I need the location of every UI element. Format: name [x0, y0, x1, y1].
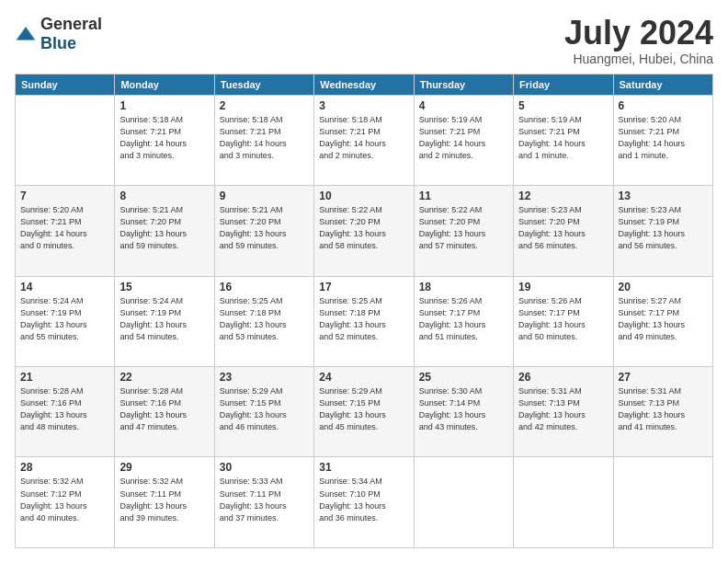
- day-number: 4: [419, 99, 508, 112]
- day-number: 7: [20, 190, 109, 202]
- calendar-cell: 9Sunrise: 5:21 AM Sunset: 7:20 PM Daylig…: [214, 186, 313, 276]
- calendar-cell: [414, 457, 513, 548]
- day-header-friday: Friday: [514, 74, 613, 95]
- calendar-cell: 7Sunrise: 5:20 AM Sunset: 7:21 PM Daylig…: [16, 186, 115, 276]
- calendar-header-row: SundayMondayTuesdayWednesdayThursdayFrid…: [16, 74, 713, 95]
- day-info: Sunrise: 5:29 AM Sunset: 7:15 PM Dayligh…: [319, 385, 408, 433]
- calendar-cell: 6Sunrise: 5:20 AM Sunset: 7:21 PM Daylig…: [613, 95, 712, 185]
- calendar-cell: 25Sunrise: 5:30 AM Sunset: 7:14 PM Dayli…: [414, 367, 513, 457]
- day-info: Sunrise: 5:23 AM Sunset: 7:19 PM Dayligh…: [619, 204, 708, 252]
- day-number: 19: [518, 281, 608, 293]
- calendar-cell: 13Sunrise: 5:23 AM Sunset: 7:19 PM Dayli…: [613, 186, 712, 276]
- calendar-cell: 27Sunrise: 5:31 AM Sunset: 7:13 PM Dayli…: [613, 367, 712, 457]
- day-number: 12: [518, 190, 608, 202]
- day-number: 31: [319, 461, 408, 474]
- day-number: 3: [319, 99, 408, 112]
- day-info: Sunrise: 5:22 AM Sunset: 7:20 PM Dayligh…: [419, 204, 508, 252]
- day-info: Sunrise: 5:21 AM Sunset: 7:20 PM Dayligh…: [119, 204, 209, 252]
- day-info: Sunrise: 5:32 AM Sunset: 7:12 PM Dayligh…: [20, 476, 109, 523]
- day-number: 11: [419, 190, 508, 202]
- day-number: 20: [619, 281, 708, 293]
- calendar-cell: 10Sunrise: 5:22 AM Sunset: 7:20 PM Dayli…: [314, 186, 414, 276]
- day-info: Sunrise: 5:30 AM Sunset: 7:14 PM Dayligh…: [419, 385, 508, 433]
- day-info: Sunrise: 5:18 AM Sunset: 7:21 PM Dayligh…: [119, 114, 209, 162]
- day-header-sunday: Sunday: [16, 74, 115, 95]
- day-number: 8: [119, 190, 209, 202]
- calendar-cell: 11Sunrise: 5:22 AM Sunset: 7:20 PM Dayli…: [414, 186, 513, 276]
- day-info: Sunrise: 5:28 AM Sunset: 7:16 PM Dayligh…: [20, 385, 109, 433]
- day-number: 6: [619, 99, 708, 112]
- day-number: 22: [119, 371, 209, 384]
- logo-text-blue: Blue: [40, 34, 76, 52]
- day-number: 25: [419, 371, 508, 384]
- calendar-cell: 14Sunrise: 5:24 AM Sunset: 7:19 PM Dayli…: [16, 276, 115, 366]
- day-number: 29: [119, 461, 209, 474]
- day-info: Sunrise: 5:27 AM Sunset: 7:17 PM Dayligh…: [619, 295, 708, 343]
- day-info: Sunrise: 5:32 AM Sunset: 7:11 PM Dayligh…: [119, 476, 209, 523]
- day-info: Sunrise: 5:26 AM Sunset: 7:17 PM Dayligh…: [419, 295, 508, 343]
- calendar-cell: 20Sunrise: 5:27 AM Sunset: 7:17 PM Dayli…: [613, 276, 712, 366]
- day-info: Sunrise: 5:22 AM Sunset: 7:20 PM Dayligh…: [319, 204, 408, 252]
- calendar-cell: 5Sunrise: 5:19 AM Sunset: 7:21 PM Daylig…: [514, 95, 613, 185]
- day-info: Sunrise: 5:18 AM Sunset: 7:21 PM Dayligh…: [220, 114, 309, 162]
- logo: General Blue: [15, 15, 102, 53]
- day-info: Sunrise: 5:23 AM Sunset: 7:20 PM Dayligh…: [518, 204, 608, 252]
- day-number: 23: [220, 371, 309, 384]
- day-info: Sunrise: 5:31 AM Sunset: 7:13 PM Dayligh…: [518, 385, 608, 433]
- day-info: Sunrise: 5:20 AM Sunset: 7:21 PM Dayligh…: [619, 114, 708, 162]
- day-info: Sunrise: 5:34 AM Sunset: 7:10 PM Dayligh…: [319, 476, 408, 523]
- calendar-cell: 2Sunrise: 5:18 AM Sunset: 7:21 PM Daylig…: [214, 95, 313, 185]
- calendar-cell: [514, 457, 613, 548]
- day-info: Sunrise: 5:28 AM Sunset: 7:16 PM Dayligh…: [119, 385, 209, 433]
- calendar-cell: 4Sunrise: 5:19 AM Sunset: 7:21 PM Daylig…: [414, 95, 513, 185]
- calendar-cell: 3Sunrise: 5:18 AM Sunset: 7:21 PM Daylig…: [314, 95, 414, 185]
- calendar-cell: 29Sunrise: 5:32 AM Sunset: 7:11 PM Dayli…: [115, 457, 214, 548]
- day-info: Sunrise: 5:31 AM Sunset: 7:13 PM Dayligh…: [619, 385, 708, 433]
- calendar-table: SundayMondayTuesdayWednesdayThursdayFrid…: [15, 74, 713, 548]
- day-info: Sunrise: 5:21 AM Sunset: 7:20 PM Dayligh…: [220, 204, 309, 252]
- day-number: 24: [319, 371, 408, 384]
- month-title: July 2024: [564, 15, 713, 52]
- calendar-cell: 19Sunrise: 5:26 AM Sunset: 7:17 PM Dayli…: [514, 276, 613, 366]
- calendar-week-1: 1Sunrise: 5:18 AM Sunset: 7:21 PM Daylig…: [16, 95, 713, 185]
- logo-text-general: General: [40, 15, 102, 33]
- location-subtitle: Huangmei, Hubei, China: [564, 52, 713, 66]
- day-info: Sunrise: 5:25 AM Sunset: 7:18 PM Dayligh…: [220, 295, 309, 343]
- calendar-week-4: 21Sunrise: 5:28 AM Sunset: 7:16 PM Dayli…: [16, 367, 713, 457]
- day-number: 5: [518, 99, 608, 112]
- day-header-wednesday: Wednesday: [314, 74, 414, 95]
- calendar-cell: 22Sunrise: 5:28 AM Sunset: 7:16 PM Dayli…: [115, 367, 214, 457]
- day-number: 13: [619, 190, 708, 202]
- day-info: Sunrise: 5:25 AM Sunset: 7:18 PM Dayligh…: [319, 295, 408, 343]
- calendar-cell: 30Sunrise: 5:33 AM Sunset: 7:11 PM Dayli…: [214, 457, 313, 548]
- calendar-cell: 24Sunrise: 5:29 AM Sunset: 7:15 PM Dayli…: [314, 367, 414, 457]
- calendar-week-3: 14Sunrise: 5:24 AM Sunset: 7:19 PM Dayli…: [16, 276, 713, 366]
- day-info: Sunrise: 5:24 AM Sunset: 7:19 PM Dayligh…: [119, 295, 209, 343]
- day-header-saturday: Saturday: [613, 74, 712, 95]
- day-header-tuesday: Tuesday: [214, 74, 313, 95]
- calendar-cell: 8Sunrise: 5:21 AM Sunset: 7:20 PM Daylig…: [115, 186, 214, 276]
- day-number: 1: [119, 99, 209, 112]
- day-info: Sunrise: 5:24 AM Sunset: 7:19 PM Dayligh…: [20, 295, 109, 343]
- day-number: 2: [220, 99, 309, 112]
- page: General Blue July 2024 Huangmei, Hubei, …: [0, 0, 728, 563]
- calendar-cell: 18Sunrise: 5:26 AM Sunset: 7:17 PM Dayli…: [414, 276, 513, 366]
- day-info: Sunrise: 5:20 AM Sunset: 7:21 PM Dayligh…: [20, 204, 109, 252]
- day-info: Sunrise: 5:33 AM Sunset: 7:11 PM Dayligh…: [220, 476, 309, 523]
- day-number: 14: [20, 281, 109, 293]
- calendar-cell: [16, 95, 115, 185]
- day-number: 16: [220, 281, 309, 293]
- day-number: 17: [319, 281, 408, 293]
- day-info: Sunrise: 5:19 AM Sunset: 7:21 PM Dayligh…: [518, 114, 608, 162]
- day-number: 27: [619, 371, 708, 384]
- day-info: Sunrise: 5:26 AM Sunset: 7:17 PM Dayligh…: [518, 295, 608, 343]
- day-header-thursday: Thursday: [414, 74, 513, 95]
- header: General Blue July 2024 Huangmei, Hubei, …: [15, 15, 713, 66]
- calendar-cell: 26Sunrise: 5:31 AM Sunset: 7:13 PM Dayli…: [514, 367, 613, 457]
- day-number: 30: [220, 461, 309, 474]
- calendar-cell: 15Sunrise: 5:24 AM Sunset: 7:19 PM Dayli…: [115, 276, 214, 366]
- calendar-cell: 12Sunrise: 5:23 AM Sunset: 7:20 PM Dayli…: [514, 186, 613, 276]
- day-info: Sunrise: 5:19 AM Sunset: 7:21 PM Dayligh…: [419, 114, 508, 162]
- calendar-week-2: 7Sunrise: 5:20 AM Sunset: 7:21 PM Daylig…: [16, 186, 713, 276]
- day-number: 28: [20, 461, 109, 474]
